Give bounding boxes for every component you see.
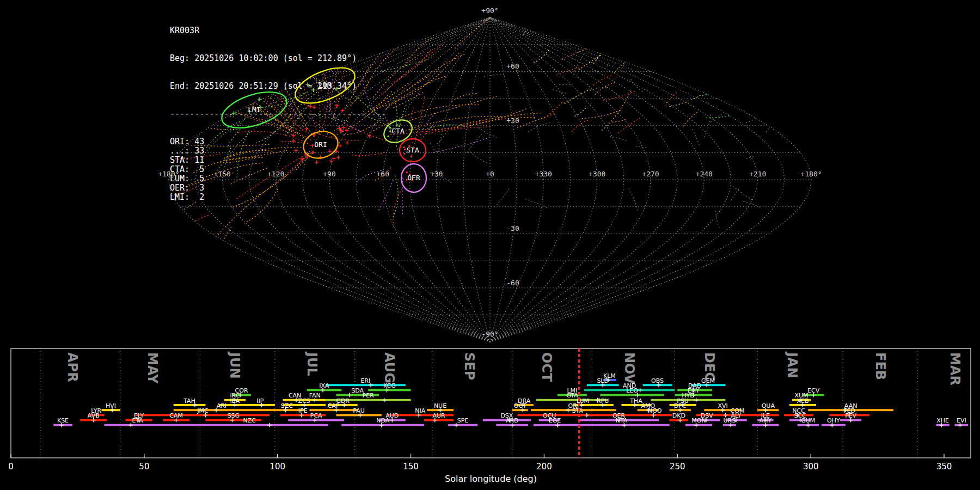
shower-label-ARI: ARI — [217, 402, 226, 409]
peak-marker-NZC — [267, 423, 272, 427]
shower-count-row: ORI: 43 — [170, 137, 386, 146]
month-label-FEB: FEB — [873, 352, 888, 380]
shower-label-NOO: NOO — [648, 407, 662, 414]
shower-bar-NTA — [573, 424, 669, 426]
shower-label-IIP: IIP — [256, 397, 264, 405]
svg-text:-60: -60 — [506, 279, 519, 287]
end-time: End: 20251026 20:51:29 (sol = 213.34°) — [170, 82, 386, 91]
peak-marker-AND — [638, 388, 642, 392]
svg-text:+30: +30 — [506, 117, 519, 125]
shower-bars: KLMERISLDOBSGEMIXAKCGANDDADCORSDALMILEOE… — [53, 372, 968, 427]
shower-label-OCT: OCT — [514, 402, 526, 409]
shower-count-row: CTA: 5 — [170, 165, 386, 174]
shower-label-XHE: XHE — [936, 417, 949, 424]
svg-text:+210: +210 — [749, 170, 766, 178]
x-tick-label: 0 — [8, 462, 14, 471]
shower-label-SSG: SSG — [228, 412, 240, 419]
month-label-AUG: AUG — [382, 352, 397, 383]
shower-bar-NZC — [171, 424, 328, 426]
svg-text:+180°: +180° — [800, 170, 822, 178]
plot-canvas: +180°+150+120+90+60+30+0+330+300+270+240… — [0, 0, 980, 490]
shower-label-HVI: HVI — [106, 402, 116, 409]
station-id: KR003R — [170, 26, 386, 35]
shower-label-PER: PER — [363, 392, 375, 399]
svg-text:+270: +270 — [642, 170, 659, 178]
peak-marker-PER — [382, 398, 387, 402]
shower-label-STA: STA — [572, 407, 584, 414]
x-axis-title: Solar longitude (deg) — [445, 474, 537, 484]
shower-label-QUA: QUA — [762, 402, 775, 409]
month-label-JUN: JUN — [227, 351, 242, 379]
radiant-label-OER: OER — [407, 174, 420, 182]
shower-label-TAH: TAH — [183, 397, 195, 405]
radiant-label-STA: STA — [406, 146, 419, 154]
peak-marker-HYD — [694, 398, 699, 402]
shower-label-ETA: ETA — [132, 417, 143, 424]
activity-timeline: APRMAYJUNJULAUGSEPOCTNOVDECJANFEBMARKLME… — [8, 348, 971, 484]
shower-label-KSE: KSE — [57, 417, 69, 424]
shower-label-SPE: SPE — [457, 417, 469, 424]
x-tick-label: 100 — [270, 462, 285, 471]
begin-time: Beg: 20251026 10:02:00 (sol = 212.89°) — [170, 54, 386, 63]
shower-label-LEO: LEO — [626, 387, 638, 394]
north-pole-label: +90° — [481, 7, 498, 15]
shower-label-EVI: EVI — [957, 417, 966, 424]
svg-text:+240: +240 — [696, 170, 713, 178]
shower-label-IPE: IPE — [298, 407, 308, 414]
shower-label-SZC: SZC — [281, 402, 293, 409]
shower-label-CAP: CAP — [328, 402, 340, 409]
report-header: KR003R Beg: 20251026 10:02:00 (sol = 212… — [170, 8, 386, 211]
x-tick-label: 150 — [403, 462, 419, 471]
shower-label-MON: MON — [691, 417, 706, 424]
shower-label-URS: URS — [723, 417, 736, 424]
month-label-OCT: OCT — [539, 352, 554, 382]
shower-bar-JMC — [136, 414, 270, 416]
shower-count-row: ...: 33 — [170, 146, 386, 156]
svg-text:+30: +30 — [430, 170, 443, 178]
shower-bar-ARI — [174, 409, 270, 411]
shower-bar-ETA — [104, 424, 170, 426]
shower-label-NIA: NIA — [415, 407, 425, 414]
shower-label-KCG: KCG — [383, 382, 396, 389]
shower-bar-QUA — [757, 409, 779, 411]
shower-label-JMC: JMC — [197, 407, 209, 414]
meteor-report-screenshot: { "header": { "station": "KR003R", "beg"… — [0, 0, 980, 490]
shower-bar-SPE — [448, 424, 477, 426]
shower-bar-AUR — [424, 419, 454, 421]
month-label-SEP: SEP — [462, 352, 477, 380]
x-tick-label: 300 — [803, 462, 819, 471]
shower-bar-TAH — [174, 404, 206, 406]
shower-count-row: LUM: 5 — [170, 174, 386, 183]
shower-label-ERI: ERI — [360, 377, 370, 384]
shower-bar-CAP — [310, 409, 358, 411]
x-tick-label: 200 — [536, 462, 552, 471]
shower-label-AUR: AUR — [432, 412, 445, 419]
shower-count-row: LMI: 2 — [170, 193, 386, 202]
x-tick-label: 350 — [936, 462, 952, 471]
month-label-MAR: MAR — [947, 352, 963, 385]
shower-label-PCA: PCA — [310, 412, 322, 419]
x-tick-label: 250 — [670, 462, 685, 471]
peak-marker-COM — [724, 413, 728, 417]
south-pole-label: -90° — [481, 330, 498, 338]
month-grid: APRMAYJUNJULAUGSEPOCTNOVDECJANFEBMAR — [40, 348, 963, 458]
shower-label-NDA: NDA — [376, 417, 390, 424]
shower-label-PAU: PAU — [353, 407, 365, 414]
month-label-JAN: JAN — [785, 351, 800, 378]
shower-label-NTA: NTA — [616, 417, 628, 424]
month-label-MAY: MAY — [145, 352, 160, 384]
shower-label-GEM: GEM — [701, 377, 715, 384]
month-label-APR: APR — [65, 352, 80, 382]
peak-marker-STA — [585, 413, 589, 417]
svg-text:+300: +300 — [589, 170, 605, 178]
shower-bar-EGE — [534, 424, 576, 426]
shower-label-NZC: NZC — [243, 417, 256, 424]
month-label-NOV: NOV — [622, 352, 637, 384]
svg-text:-30: -30 — [506, 224, 519, 232]
shower-bar-MON — [685, 424, 712, 426]
svg-text:+0: +0 — [486, 170, 494, 178]
shower-bar-KCG — [368, 389, 411, 391]
shower-label-THA: THA — [629, 397, 642, 405]
shower-bar-LEO — [600, 394, 664, 396]
shower-label-OHY: OHY — [827, 417, 840, 424]
